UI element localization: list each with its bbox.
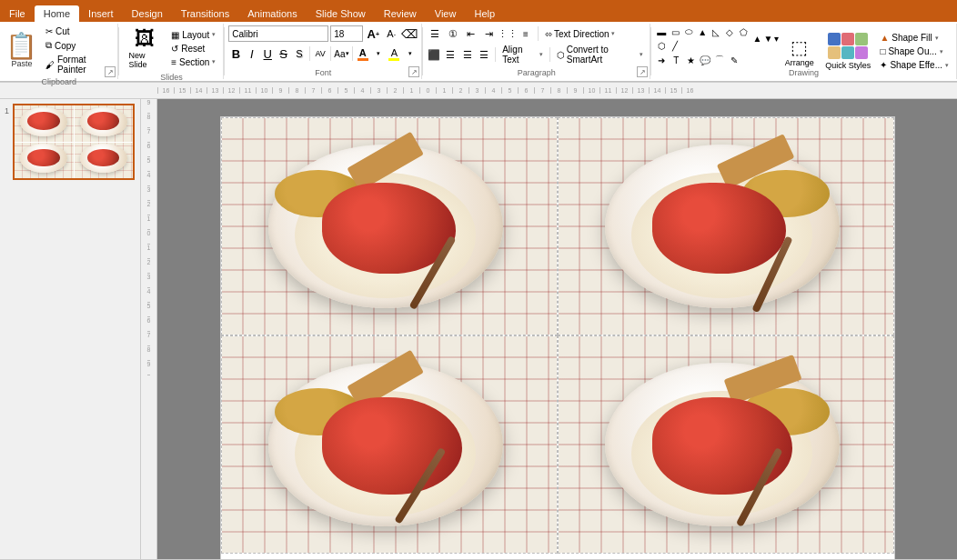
paragraph-launcher[interactable]: ↗ [637, 66, 648, 77]
tab-insert[interactable]: Insert [79, 5, 123, 22]
shape-hexagon[interactable]: ⬡ [655, 39, 668, 52]
shape-connector[interactable]: ⌒ [713, 54, 726, 66]
tab-home[interactable]: Home [35, 5, 79, 22]
shape-diamond[interactable]: ◇ [723, 25, 736, 38]
font-group: A+ A- ⌫ B I U S S AV Aa▾ A [225, 24, 422, 79]
increase-font-button[interactable]: A+ [365, 25, 381, 42]
image-cell-4[interactable] [558, 335, 894, 554]
slide-canvas[interactable] [221, 117, 894, 559]
tab-review[interactable]: Review [375, 5, 426, 22]
bold-button[interactable]: B [228, 45, 243, 62]
new-slide-button[interactable]: 🖼 New Slide [123, 25, 166, 71]
layout-dd-arrow: ▾ [212, 31, 216, 38]
effects-icon: ✦ [880, 60, 887, 70]
shape-freeform[interactable]: ✎ [728, 54, 740, 66]
paste-button[interactable]: 📋 Paste [4, 32, 40, 70]
strikethrough-button[interactable]: S [276, 45, 290, 62]
numbering-button[interactable]: ① [445, 25, 461, 42]
paste-icon: 📋 [5, 34, 37, 59]
smartart-dd: ▾ [640, 51, 643, 58]
copy-button[interactable]: ⧉ Copy [42, 39, 115, 52]
clipboard-group: 📋 Paste ✂ Cut ⧉ Copy 🖌 Format Painter [0, 24, 118, 79]
quick-styles-button[interactable]: Quick Styles [820, 25, 876, 77]
image-cell-1[interactable] [221, 117, 558, 335]
tab-help[interactable]: Help [465, 5, 504, 22]
tab-slide-show[interactable]: Slide Show [307, 5, 375, 22]
section-button[interactable]: ≡ Section ▾ [167, 56, 219, 68]
shape-star[interactable]: ★ [684, 54, 697, 66]
align-center-button[interactable]: ☰ [443, 46, 458, 63]
shape-fill-button[interactable]: ▲ Shape Fill ▾ [876, 32, 952, 44]
shape-callout[interactable]: 💬 [699, 54, 711, 66]
align-left-button[interactable]: ⬛ [427, 46, 441, 63]
shape-outline-button[interactable]: □ Shape Ou... ▾ [876, 45, 952, 57]
shape-arrow[interactable]: ➜ [655, 54, 668, 66]
text-dir-dd: ▾ [611, 30, 615, 37]
vertical-ruler: 9 8 7 6 5 4 3 2 1 0 1 2 3 4 5 6 7 8 9 [141, 99, 157, 559]
font-size-input[interactable] [330, 25, 363, 42]
canvas-area[interactable] [157, 99, 957, 559]
tab-view[interactable]: View [426, 5, 466, 22]
shapes-gallery: ▬ ▭ ⬭ ▲ ◺ ◇ ⬠ ⬡ ╱ [655, 25, 750, 52]
format-painter-button[interactable]: 🖌 Format Painter [42, 54, 115, 75]
indent-decrease-button[interactable]: ⇤ [463, 25, 479, 42]
slide-thumbnail[interactable] [13, 104, 135, 180]
slides-group-label: Slides [123, 73, 219, 82]
para-sep-3 [549, 47, 550, 62]
font-sep-2 [330, 46, 331, 61]
highlight-dd[interactable]: ▾ [403, 45, 418, 62]
shape-pentagon[interactable]: ⬠ [737, 25, 750, 38]
fill-dd: ▾ [935, 35, 939, 42]
tab-animations[interactable]: Animations [238, 5, 306, 22]
slide-panel: 1 [0, 99, 141, 559]
effects-dd: ▾ [945, 62, 949, 69]
align-text-button[interactable]: Align Text ▾ [499, 44, 546, 65]
layout-button[interactable]: ▦ Layout ▾ [167, 29, 219, 41]
columns-button[interactable]: ⋮⋮ [499, 25, 516, 42]
char-spacing-button[interactable]: AV [313, 45, 327, 62]
shadow-button[interactable]: S [292, 45, 307, 62]
shape-effects-button[interactable]: ✦ Shape Effe... ▾ [876, 59, 952, 71]
shape-triangle[interactable]: ▲ [696, 25, 709, 38]
cut-button[interactable]: ✂ Cut [42, 25, 115, 37]
font-color-button[interactable]: A [356, 45, 370, 62]
image-cell-3[interactable] [221, 335, 558, 554]
shape-line[interactable]: ╱ [669, 39, 681, 52]
shapes-scroll-dn[interactable]: ▼ [763, 34, 772, 44]
align-right-button[interactable]: ☰ [460, 46, 475, 63]
font-family-input[interactable] [228, 25, 328, 42]
change-case-button[interactable]: Aa▾ [334, 45, 348, 62]
layout-icon: ▦ [171, 30, 179, 40]
shape-ellipse[interactable]: ⬭ [682, 25, 695, 38]
text-direction-button[interactable]: ⬄ Text Direction ▾ [542, 28, 618, 40]
align-text-dd: ▾ [539, 51, 543, 58]
shape-right-triangle[interactable]: ◺ [710, 25, 722, 38]
highlight-button[interactable]: A [387, 45, 401, 62]
tab-design[interactable]: Design [123, 5, 172, 22]
reset-button[interactable]: ↺ Reset [167, 43, 219, 55]
shape-rounded-rect[interactable]: ▭ [669, 25, 681, 38]
font-launcher[interactable]: ↗ [408, 66, 419, 77]
convert-smartart-button[interactable]: ⬡ Convert to SmartArt ▾ [554, 44, 647, 65]
para-sep-1 [538, 26, 539, 41]
bullets-button[interactable]: ☰ [427, 25, 443, 42]
shape-rect[interactable]: ▬ [655, 25, 668, 38]
tab-transitions[interactable]: Transitions [172, 5, 238, 22]
font-color-dd[interactable]: ▾ [371, 45, 386, 62]
thumb-cell-1 [15, 105, 74, 142]
clear-format-button[interactable]: ⌫ [401, 25, 418, 42]
shapes-scroll-up[interactable]: ▲ [753, 34, 762, 44]
shape-textbox[interactable]: T [670, 54, 682, 66]
underline-button[interactable]: U [260, 45, 275, 62]
paragraph-group-label: Paragraph [427, 68, 646, 77]
decrease-font-button[interactable]: A- [383, 25, 399, 42]
image-cell-2[interactable] [558, 117, 894, 335]
indent-increase-button[interactable]: ⇥ [481, 25, 498, 42]
italic-button[interactable]: I [245, 45, 259, 62]
tab-file[interactable]: File [0, 5, 35, 22]
outline-icon: □ [880, 46, 885, 56]
paragraph-group: ☰ ① ⇤ ⇥ ⋮⋮ ≡ ⬄ Text Direction ▾ ⬛ ☰ [423, 24, 650, 79]
line-spacing-button[interactable]: ≡ [518, 25, 534, 42]
clipboard-launcher[interactable]: ↗ [105, 66, 116, 77]
justify-button[interactable]: ☰ [477, 46, 491, 63]
